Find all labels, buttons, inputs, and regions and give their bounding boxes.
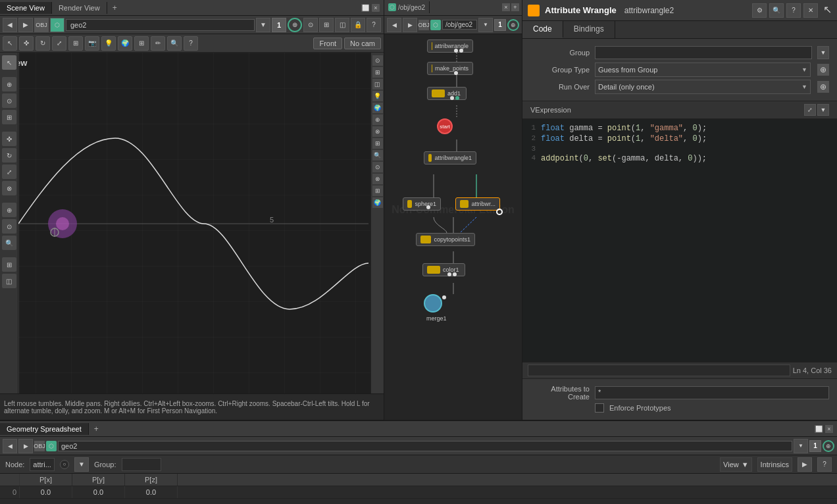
net-circle-btn[interactable]: ⊕ [507,19,519,31]
geo-circle-btn[interactable]: ⊕ [823,440,834,452]
net-geo-icon[interactable]: ⬡ [430,20,441,30]
node-merge1[interactable]: merge1 [424,294,442,313]
node-attribwrangle[interactable]: attribwrangle [427,39,473,53]
path-input[interactable]: geo2 [66,19,255,31]
geo-help-btn[interactable]: ? [817,457,832,472]
group-input[interactable] [595,46,812,59]
geo-col-header-pz[interactable]: P[z] [125,474,178,486]
tb-btn-5[interactable]: ? [367,18,381,32]
ls-select-btn[interactable]: ↖ [2,55,16,70]
node-network[interactable]: ⬡ /obj/geo2 × + ◀ ▶ OBJ ⬡ /obj/geo2 ▼ 1 [384,0,522,420]
rs-btn-8[interactable]: ⊞ [372,138,383,149]
node-attribwrangle1[interactable]: attribwrangle1 [424,151,476,164]
ls-btn-11[interactable]: 🔍 [2,236,16,250]
view-select[interactable]: View ▼ [720,457,752,472]
group-dropdown-btn[interactable]: ▼ [817,46,829,59]
rs-btn-4[interactable]: 💡 [372,91,383,101]
vt-light[interactable]: 💡 [101,36,116,51]
code-editor[interactable]: 1 float gamma = point(1, "gamma", 0); 2 … [522,119,837,362]
geo-forward-btn[interactable]: ▶ [18,439,33,453]
node-copytopoints1[interactable]: copytopoints1 [416,233,475,246]
geo2-path-icon[interactable]: ⬡ [50,18,64,32]
ls-btn-4[interactable]: ⊞ [2,110,16,124]
net-path-dropdown[interactable]: ▼ [478,18,493,32]
ls-btn-13[interactable]: ◫ [2,274,16,288]
attr-pointer-icon[interactable]: ↖ [823,3,832,18]
node-color1[interactable]: color1 [422,263,465,276]
no-cam-btn[interactable]: No cam [344,38,381,49]
vt-edit[interactable]: ✏ [151,36,165,51]
group-value-display[interactable] [122,458,161,471]
network-tab-close[interactable]: × [502,3,510,11]
geo-back-btn[interactable]: ◀ [3,439,17,453]
node-attribwrangle2[interactable]: attribwr... [455,197,500,211]
view-circle-btn[interactable]: ⊕ [288,18,302,32]
geo-path-dropdown[interactable]: ▼ [794,439,808,453]
rs-btn-3[interactable]: ◫ [372,79,383,89]
vt-cam[interactable]: 📷 [85,36,99,51]
vexpr-expand-btn[interactable]: ⤢ [804,104,816,116]
run-over-select[interactable]: Detail (only once) ▼ [595,80,811,94]
network-tab[interactable]: ⬡ /obj/geo2 [384,1,430,13]
ls-btn-7[interactable]: ⤢ [2,164,16,179]
ls-btn-2[interactable]: ⊕ [2,77,16,91]
tab-bindings[interactable]: Bindings [563,21,615,38]
dropdown-btn[interactable]: ▼ [256,18,270,32]
vt-grid[interactable]: ⊞ [134,36,149,51]
run-over-icon-btn[interactable]: ⊕ [817,81,829,93]
vt-scale[interactable]: ⤢ [52,36,66,51]
group-type-select[interactable]: Guess from Group ▼ [595,63,811,77]
net-back-btn[interactable]: ◀ [387,18,401,32]
rs-btn-2[interactable]: ⊞ [372,67,383,78]
node-sphere1[interactable]: sphere1 [403,197,441,211]
attr-close-btn[interactable]: ✕ [803,3,818,18]
front-cam-btn[interactable]: Front [313,38,342,49]
node-make-points[interactable]: make_points [427,62,473,75]
tab-scene-view[interactable]: Scene View [0,2,52,14]
node-start[interactable]: start [437,118,453,134]
rs-btn-9[interactable]: 🔍 [372,150,383,161]
rs-btn-1[interactable]: ⊙ [372,55,383,66]
tb-btn-3[interactable]: ◫ [335,18,349,32]
tb-btn-1[interactable]: ⊙ [303,18,318,32]
vt-select[interactable]: ↖ [3,36,17,51]
node-value-display[interactable]: attri... [30,458,55,471]
node-add1[interactable]: add1 [427,87,467,100]
bottom-close-btn[interactable]: × [825,425,833,433]
maximize-button[interactable]: ⬜ [361,4,369,12]
close-button[interactable]: × [372,4,380,12]
network-tab-add[interactable]: + [511,3,519,11]
ls-btn-6[interactable]: ↻ [2,148,16,163]
tab-add-button[interactable]: + [107,1,122,14]
rs-btn-7[interactable]: ⊗ [372,126,383,137]
intrinsics-select[interactable]: Intrinsics [757,457,792,472]
ls-btn-10[interactable]: ⊙ [2,219,16,234]
vt-transform[interactable]: ⊞ [68,36,83,51]
net-forward-btn[interactable]: ▶ [403,18,417,32]
node-circle-btn2[interactable]: ○ [60,460,69,469]
attributes-input[interactable]: * [595,386,829,399]
ls-btn-9[interactable]: ⊕ [2,203,16,217]
geo-col-header-px[interactable]: P[x] [20,474,72,486]
tb-btn-2[interactable]: ⊞ [319,18,334,32]
tab-geometry-spreadsheet[interactable]: Geometry Spreadsheet [0,423,89,435]
ls-btn-3[interactable]: ⊙ [2,93,16,108]
vt-move[interactable]: ✜ [19,36,34,51]
ls-btn-12[interactable]: ⊞ [2,257,16,272]
geo-col-header-py[interactable]: P[y] [72,474,125,486]
node-merge1-icon[interactable] [424,294,442,313]
rs-btn-12[interactable]: ⊞ [372,186,383,196]
bottom-tab-add[interactable]: + [89,422,104,436]
tab-code[interactable]: Code [522,21,563,38]
rs-btn-13[interactable]: 🌍 [372,197,383,208]
attr-help-btn[interactable]: ? [786,3,801,18]
back-button[interactable]: ◀ [3,18,17,32]
obj-icon[interactable]: OBJ [34,18,49,32]
code-status-input[interactable] [528,365,790,376]
rs-btn-11[interactable]: ⊗ [372,174,383,184]
rs-btn-5[interactable]: 🌍 [372,103,383,113]
net-path-display[interactable]: /obj/geo2 [442,20,477,30]
node-start-icon[interactable]: start [437,118,453,134]
geo-filter-btn[interactable]: ▼ [74,457,89,472]
geo-path-display[interactable]: geo2 [58,441,792,451]
